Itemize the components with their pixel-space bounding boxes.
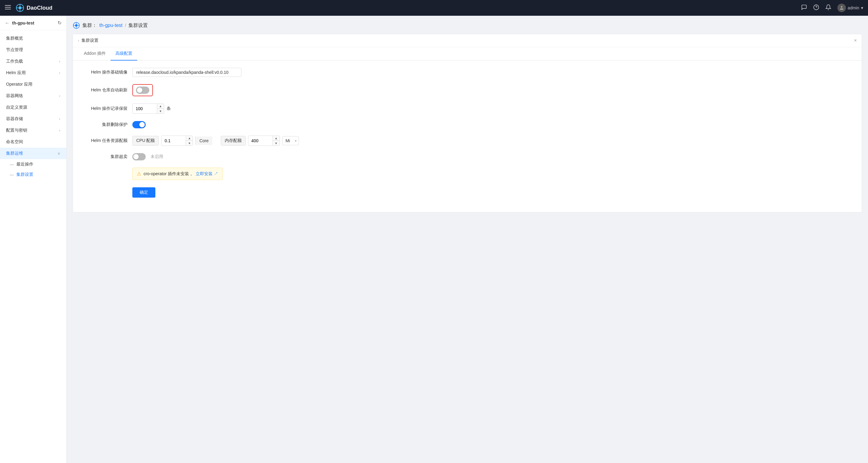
helm-base-image-label: Helm 操作基础镜像 — [85, 70, 127, 75]
memory-input[interactable] — [248, 136, 273, 145]
sidebar-item-operator-app[interactable]: Operator 应用 — [0, 79, 66, 90]
warning-control: ⚠ cro-operator 插件未安装， 立即安装 ↗ — [132, 168, 223, 180]
svg-point-4 — [19, 6, 22, 9]
memory-label: 内存配额 — [221, 136, 246, 145]
helm-base-image-row: Helm 操作基础镜像 — [85, 68, 849, 77]
tab-advanced[interactable]: 高级配置 — [111, 47, 137, 61]
help-icon[interactable] — [813, 4, 819, 12]
svg-rect-0 — [5, 5, 11, 6]
cluster-delete-protect-label: 集群删除保护 — [85, 122, 127, 127]
cpu-input-wrapper: ▲ ▼ — [161, 136, 193, 146]
breadcrumb-cluster: th-gpu-test — [99, 23, 122, 28]
warning-row: ⚠ cro-operator 插件未安装， 立即安装 ↗ — [85, 168, 849, 180]
helm-records-increment[interactable]: ▲ — [157, 104, 164, 109]
breadcrumb-prefix: 集群： — [82, 23, 97, 29]
cluster-ops-chevron-icon: ∨ — [58, 151, 60, 156]
tab-addon[interactable]: Addon 插件 — [79, 47, 111, 61]
helm-auto-refresh-label: Helm 仓库自动刷新 — [85, 88, 127, 93]
avatar — [837, 4, 846, 12]
logo-text: DaoCloud — [27, 5, 52, 11]
cluster-delete-protect-toggle[interactable] — [132, 121, 146, 128]
cluster-overcommit-row: 集群超卖 未启用 — [85, 153, 849, 160]
form-body: Helm 操作基础镜像 Helm 仓库自动刷新 — [73, 61, 862, 212]
sidebar-item-custom-resource[interactable]: 自定义资源 — [0, 102, 66, 113]
submit-control: 确定 — [132, 187, 155, 198]
back-button[interactable]: ← — [5, 20, 10, 26]
sidebar-item-recent-ops[interactable]: — 最近操作 — [0, 159, 66, 169]
helm-records-unit: 条 — [166, 106, 171, 111]
memory-increment[interactable]: ▲ — [273, 136, 280, 141]
helm-resource-control: CPU 配额 ▲ ▼ Core 内存配额 — [132, 136, 299, 146]
helm-resource-row: Helm 任务资源配额 CPU 配额 ▲ ▼ Core — [85, 136, 849, 146]
helm-records-input[interactable] — [133, 104, 157, 113]
helm-records-input-wrapper: ▲ ▼ — [132, 103, 164, 114]
panel-title-text: 集群设置 — [82, 38, 98, 43]
warning-text: cro-operator 插件未安装， — [144, 171, 193, 177]
bell-icon[interactable] — [825, 4, 831, 12]
sidebar-item-workload[interactable]: 工作负载 › — [0, 56, 66, 67]
container-storage-chevron-icon: › — [59, 117, 60, 121]
panel-collapse-icon[interactable]: › — [78, 38, 79, 43]
app-header: DaoCloud — [0, 0, 868, 16]
helm-resource-label: Helm 任务资源配额 — [85, 138, 127, 143]
cpu-resource-group: CPU 配额 ▲ ▼ Core — [132, 136, 212, 146]
sidebar-item-helm-app[interactable]: Helm 应用 › — [0, 67, 66, 79]
settings-panel: › 集群设置 × Addon 插件 高级配置 Helm 操作基础镜像 — [73, 34, 862, 212]
user-name: admin — [848, 5, 859, 10]
cluster-name: th-gpu-test — [12, 21, 58, 25]
cpu-spinners: ▲ ▼ — [186, 136, 193, 145]
helm-base-image-input[interactable] — [132, 68, 241, 77]
sidebar: ← th-gpu-test ↻ 集群概览 节点管理 工作负载 › Helm 应用… — [0, 16, 67, 463]
cluster-overcommit-label: 集群超卖 — [85, 154, 127, 160]
submit-row: 确定 — [85, 187, 849, 198]
helm-records-decrement[interactable]: ▼ — [157, 109, 164, 113]
workload-chevron-icon: › — [59, 59, 60, 64]
cluster-overcommit-toggle[interactable] — [132, 153, 146, 160]
memory-unit-select[interactable]: Mi Gi — [282, 136, 299, 145]
cpu-increment[interactable]: ▲ — [186, 136, 193, 141]
user-chevron-icon: ▾ — [861, 5, 863, 10]
cpu-input[interactable] — [161, 136, 186, 145]
container-network-chevron-icon: › — [59, 94, 60, 98]
helm-auto-refresh-toggle[interactable] — [136, 87, 149, 94]
helm-records-label: Helm 操作记录保留 — [85, 106, 127, 111]
menu-icon[interactable] — [5, 4, 11, 12]
sidebar-item-cluster-ops[interactable]: 集群运维 ∨ — [0, 148, 66, 159]
warning-box: ⚠ cro-operator 插件未安装， 立即安装 ↗ — [132, 168, 223, 180]
panel-header: › 集群设置 × — [73, 34, 862, 47]
user-menu[interactable]: admin ▾ — [837, 4, 863, 12]
refresh-button[interactable]: ↻ — [58, 20, 61, 26]
cluster-ops-sub-group: — 最近操作 — 集群设置 — [0, 159, 66, 181]
sidebar-item-cluster-settings[interactable]: — 集群设置 — [0, 169, 66, 180]
svg-rect-1 — [5, 7, 11, 7]
helm-records-control: ▲ ▼ 条 — [132, 103, 171, 114]
cpu-decrement[interactable]: ▼ — [186, 141, 193, 145]
helm-records-spinners: ▲ ▼ — [157, 104, 164, 113]
svg-rect-2 — [5, 9, 11, 9]
memory-unit-select-wrapper: Mi Gi ▾ — [282, 136, 299, 145]
cpu-label: CPU 配额 — [132, 136, 159, 145]
cluster-delete-protect-row: 集群删除保护 — [85, 121, 849, 128]
panel-close-button[interactable]: × — [854, 38, 857, 43]
sidebar-item-cluster-overview[interactable]: 集群概览 — [0, 33, 66, 44]
sidebar-item-config-secret[interactable]: 配置与密钥 › — [0, 125, 66, 136]
memory-input-wrapper: ▲ ▼ — [248, 136, 280, 146]
helm-base-image-control — [132, 68, 241, 77]
sidebar-item-container-network[interactable]: 容器网络 › — [0, 90, 66, 102]
sidebar-nav: 集群概览 节点管理 工作负载 › Helm 应用 › Operator 应用 容… — [0, 30, 66, 184]
cluster-header: ← th-gpu-test ↻ — [0, 16, 66, 30]
sidebar-item-namespace[interactable]: 命名空间 — [0, 136, 66, 148]
breadcrumb-separator: / — [125, 23, 126, 28]
sidebar-item-container-storage[interactable]: 容器存储 › — [0, 113, 66, 125]
install-link[interactable]: 立即安装 ↗ — [196, 171, 218, 177]
confirm-button[interactable]: 确定 — [132, 187, 155, 198]
memory-resource-group: 内存配额 ▲ ▼ Mi Gi — [221, 136, 299, 146]
memory-decrement[interactable]: ▼ — [273, 141, 280, 145]
logo: DaoCloud — [16, 4, 52, 12]
sidebar-item-node-management[interactable]: 节点管理 — [0, 44, 66, 56]
cpu-unit: Core — [195, 136, 212, 145]
helm-app-chevron-icon: › — [59, 71, 60, 75]
chat-icon[interactable] — [801, 4, 807, 12]
svg-point-13 — [75, 24, 78, 27]
config-secret-chevron-icon: › — [59, 128, 60, 133]
